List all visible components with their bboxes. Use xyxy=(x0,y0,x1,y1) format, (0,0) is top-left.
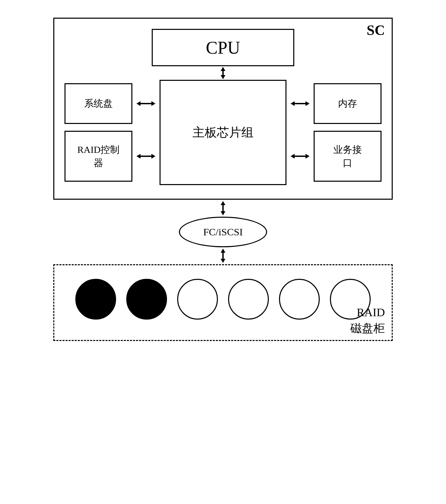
service-interface-box: 业务接口 xyxy=(314,131,382,182)
raid-enclosure-box: RAID磁盘柜 xyxy=(53,264,393,341)
left-arrows xyxy=(136,83,156,182)
svg-marker-11 xyxy=(305,101,310,106)
right-arrows xyxy=(290,83,310,182)
memory-label: 内存 xyxy=(338,97,357,110)
svg-marker-5 xyxy=(151,101,155,106)
right-col: 内存 业务接口 xyxy=(314,83,382,182)
raid-controller-box: RAID控制器 xyxy=(64,131,132,182)
service-interface-label: 业务接口 xyxy=(333,143,362,169)
sys-disk-arrow xyxy=(136,83,156,124)
svg-marker-14 xyxy=(305,154,310,159)
disk-filled-1 xyxy=(75,279,116,320)
fc-iscsi-label: FC/iSCSI xyxy=(203,226,243,238)
system-disk-box: 系统盘 xyxy=(64,83,132,124)
svg-rect-19 xyxy=(222,252,224,259)
mainboard-box: 主板芯片组 xyxy=(160,80,286,185)
cpu-box: CPU xyxy=(152,29,294,66)
sc-fc-arrow xyxy=(218,200,228,217)
svg-marker-17 xyxy=(221,211,225,215)
arrow-svg xyxy=(218,66,228,80)
svg-marker-20 xyxy=(221,259,225,263)
svg-marker-2 xyxy=(221,75,225,79)
disk-empty-2 xyxy=(228,279,269,320)
svg-marker-8 xyxy=(151,154,155,159)
svg-rect-1 xyxy=(222,70,224,76)
diagram-container: SC CPU xyxy=(36,18,410,486)
svg-rect-4 xyxy=(140,103,152,104)
disk-empty-1 xyxy=(177,279,218,320)
left-col: 系统盘 RAID控制器 xyxy=(64,83,132,182)
svg-rect-16 xyxy=(222,204,224,212)
cpu-label: CPU xyxy=(206,38,240,58)
disk-filled-2 xyxy=(126,279,167,320)
sc-box: SC CPU xyxy=(53,18,393,200)
mainboard-label: 主板芯片组 xyxy=(192,123,254,142)
raid-label: RAID磁盘柜 xyxy=(350,304,385,337)
middle-row: 系统盘 RAID控制器 xyxy=(64,80,382,185)
sc-label: SC xyxy=(367,22,385,38)
raid-ctrl-arrow xyxy=(136,131,156,182)
disks-row xyxy=(64,275,382,333)
disk-empty-3 xyxy=(279,279,320,320)
system-disk-label: 系统盘 xyxy=(84,97,113,110)
memory-box: 内存 xyxy=(314,83,382,124)
cpu-mainboard-arrow xyxy=(218,66,228,80)
raid-enclosure-label: RAID磁盘柜 xyxy=(350,306,385,335)
memory-arrow xyxy=(290,83,310,124)
svg-rect-13 xyxy=(294,156,306,157)
fc-raid-arrow xyxy=(218,247,228,264)
fc-iscsi-ellipse: FC/iSCSI xyxy=(179,217,267,247)
svg-rect-10 xyxy=(294,103,306,104)
svg-rect-7 xyxy=(140,156,152,157)
service-arrow xyxy=(290,131,310,182)
raid-controller-label: RAID控制器 xyxy=(77,143,119,169)
